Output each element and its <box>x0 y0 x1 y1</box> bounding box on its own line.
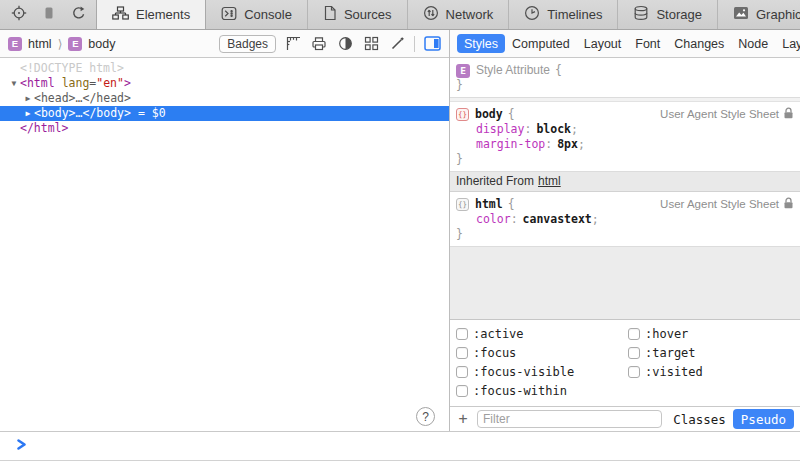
device-icon <box>41 5 57 25</box>
rule-origin: User Agent Style Sheet <box>660 197 794 213</box>
question-mark-icon: ? <box>422 410 429 424</box>
rule-selector: body <box>475 107 503 122</box>
content-area: E html ⟩ E body Badges <box>0 30 800 431</box>
style-attribute-label: Style Attribute <box>476 63 550 78</box>
details-sidebar: Styles Computed Layout Font Changes Node… <box>450 30 800 431</box>
divider <box>414 36 415 52</box>
filter-input[interactable] <box>477 410 662 428</box>
inspect-element-button[interactable] <box>6 0 32 29</box>
dom-row-html-open[interactable]: ▼<htmllang="en"> <box>0 76 449 91</box>
dom-row-doctype[interactable]: <!DOCTYPE html> <box>0 61 449 76</box>
tab-node[interactable]: Node <box>731 34 775 53</box>
inherited-from-link[interactable]: html <box>538 174 561 188</box>
image-icon <box>733 6 749 23</box>
tab-label: Storage <box>656 7 702 22</box>
pseudo-target[interactable]: :target <box>628 346 800 360</box>
element-badge: E <box>68 37 82 51</box>
pseudo-active[interactable]: :active <box>456 327 628 341</box>
css-property[interactable]: display:block; <box>456 122 794 137</box>
main-toolbar: Elements Console Sources Network Timelin… <box>0 0 800 30</box>
database-icon <box>633 5 649 24</box>
dom-row-body-selected[interactable]: ▶<body>…</body>= $0 <box>0 106 449 121</box>
css-property[interactable]: color:canvastext; <box>456 212 794 227</box>
element-badge: E <box>456 64 470 78</box>
styles-footer: + Classes Pseudo <box>450 406 800 431</box>
toolbar-left-icons <box>0 0 96 29</box>
css-rule-icon: {} <box>456 198 469 211</box>
rule-selector: html <box>475 197 503 212</box>
tab-computed[interactable]: Computed <box>505 34 577 53</box>
elements-icon <box>112 6 129 23</box>
tab-label: Network <box>446 7 494 22</box>
styles-empty-area <box>450 247 800 319</box>
checkbox[interactable] <box>456 328 468 340</box>
tab-console[interactable]: Console <box>206 0 308 29</box>
ruler-icon[interactable] <box>284 35 302 52</box>
expander-closed-icon[interactable]: ▶ <box>22 106 34 121</box>
device-settings-button[interactable] <box>36 0 62 29</box>
checkbox[interactable] <box>628 366 640 378</box>
tab-styles[interactable]: Styles <box>457 34 505 53</box>
chevron-right-icon: ⟩ <box>58 37 63 51</box>
tab-layers[interactable]: Layers <box>775 34 800 53</box>
grid-overlay-icon[interactable] <box>362 35 380 52</box>
breadcrumb-item-html[interactable]: html <box>28 37 52 51</box>
pseudo-visited[interactable]: :visited <box>628 365 800 379</box>
html-rule-section[interactable]: {} html { User Agent Style Sheet color:c… <box>450 192 800 247</box>
dom-row-html-close[interactable]: </html> <box>0 121 449 136</box>
tab-timelines[interactable]: Timelines <box>509 0 618 29</box>
help-button[interactable]: ? <box>416 407 435 426</box>
badges-button[interactable]: Badges <box>219 35 276 53</box>
checkbox[interactable] <box>628 328 640 340</box>
pseudo-hover[interactable]: :hover <box>628 327 800 341</box>
tab-elements[interactable]: Elements <box>96 0 206 29</box>
inherited-from-header: Inherited Fromhtml <box>450 172 800 192</box>
body-rule-section[interactable]: {} body { User Agent Style Sheet display… <box>450 102 800 172</box>
tab-changes[interactable]: Changes <box>667 34 731 53</box>
pseudo-column-right: :hover :target :visited <box>628 327 800 398</box>
dom-row-head[interactable]: ▶<head>…</head> <box>0 91 449 106</box>
add-rule-button[interactable]: + <box>456 412 470 427</box>
dom-toolbar-buttons: Badges <box>219 35 441 53</box>
pseudo-class-section: :active :focus :focus-visible :focus-wit… <box>450 319 800 406</box>
expander-closed-icon[interactable]: ▶ <box>22 91 34 106</box>
pseudo-focus-visible[interactable]: :focus-visible <box>456 365 628 379</box>
styles-panel: E Style Attribute { } {} body { User Age… <box>450 58 800 431</box>
tab-sources[interactable]: Sources <box>308 0 408 29</box>
tab-layout[interactable]: Layout <box>577 34 629 53</box>
tab-font[interactable]: Font <box>628 34 667 53</box>
console-prompt-icon <box>16 437 27 455</box>
dom-tree: <!DOCTYPE html> ▼<htmllang="en"> ▶<head>… <box>0 58 449 431</box>
tab-graphics[interactable]: Graphics <box>718 0 800 29</box>
tab-label: Timelines <box>547 7 602 22</box>
tab-network[interactable]: Network <box>408 0 510 29</box>
lock-icon <box>783 107 794 123</box>
edit-pencil-icon[interactable] <box>388 35 406 52</box>
toggle-sidebar-icon[interactable] <box>423 35 441 52</box>
document-icon <box>323 5 337 24</box>
tab-label: Console <box>244 7 292 22</box>
tab-label: Graphics <box>756 7 800 22</box>
checkbox[interactable] <box>628 347 640 359</box>
pseudo-focus[interactable]: :focus <box>456 346 628 360</box>
css-property[interactable]: margin-top:8px; <box>456 137 794 152</box>
print-icon[interactable] <box>310 35 328 52</box>
lock-icon <box>783 197 794 213</box>
tab-storage[interactable]: Storage <box>618 0 718 29</box>
expander-open-icon[interactable]: ▼ <box>8 76 20 91</box>
network-icon <box>423 5 439 24</box>
checkbox[interactable] <box>456 347 468 359</box>
quick-console[interactable] <box>0 431 800 461</box>
checkbox[interactable] <box>456 366 468 378</box>
pseudo-column-left: :active :focus :focus-visible :focus-wit… <box>456 327 628 398</box>
rule-origin: User Agent Style Sheet <box>660 107 794 123</box>
reload-button[interactable] <box>66 0 92 29</box>
checkbox[interactable] <box>456 385 468 397</box>
classes-button[interactable]: Classes <box>673 412 726 427</box>
pseudo-button[interactable]: Pseudo <box>733 409 794 429</box>
breadcrumb-item-body[interactable]: body <box>88 37 115 51</box>
pseudo-focus-within[interactable]: :focus-within <box>456 384 628 398</box>
style-attribute-section[interactable]: E Style Attribute { } <box>450 58 800 98</box>
crosshair-icon <box>11 5 27 25</box>
contrast-icon[interactable] <box>336 35 354 52</box>
